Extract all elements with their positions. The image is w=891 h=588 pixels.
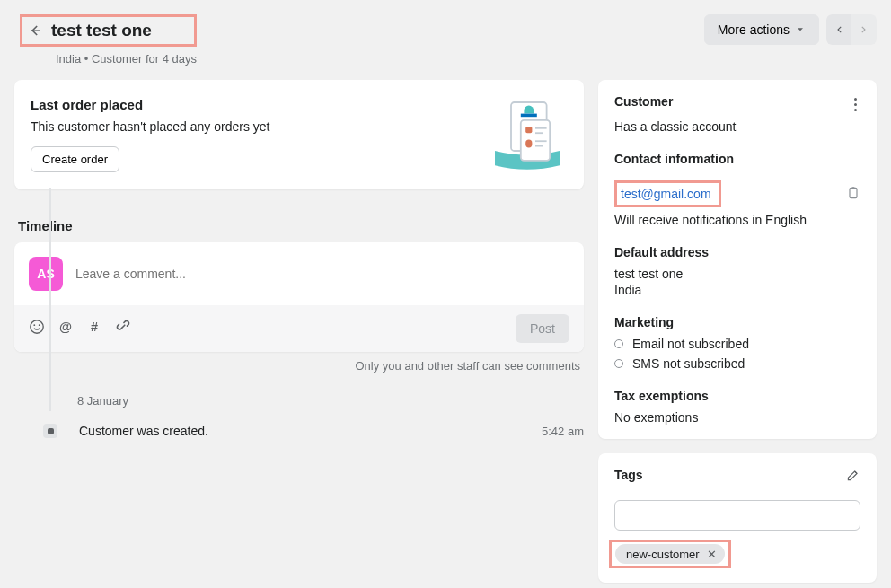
svg-rect-2 [525, 127, 532, 133]
customer-email-link[interactable]: test@gmail.com [621, 187, 711, 201]
tag-label: new-customer [626, 548, 700, 561]
timeline-heading: Timeline [14, 204, 584, 242]
marketing-heading: Marketing [614, 315, 860, 329]
back-arrow-icon[interactable] [28, 23, 42, 38]
last-order-card: Last order placed This customer hasn't p… [14, 80, 584, 189]
svg-point-10 [33, 324, 35, 326]
tag-chip: new-customer ✕ [615, 544, 725, 564]
copy-email-icon[interactable] [846, 186, 860, 203]
svg-point-11 [39, 324, 40, 326]
status-circle-icon [614, 359, 623, 368]
address-heading: Default address [614, 245, 860, 259]
more-actions-label: More actions [718, 22, 790, 37]
post-button[interactable]: Post [516, 314, 569, 343]
prev-button[interactable] [826, 14, 851, 45]
create-order-button[interactable]: Create order [31, 146, 119, 172]
customer-account-type: Has a classic account [614, 119, 860, 134]
chevron-right-icon [859, 24, 869, 35]
timeline-dot-icon [43, 424, 57, 438]
contact-heading: Contact information [614, 152, 734, 166]
notification-language: Will receive notifications in English [614, 213, 860, 227]
sms-subscription-status: SMS not subscribed [614, 356, 860, 371]
comments-privacy-note: Only you and other staff can see comment… [14, 359, 584, 373]
svg-rect-15 [851, 187, 854, 189]
last-order-title: Last order placed [31, 97, 269, 112]
page-header: test test one India • Customer for 4 day… [14, 0, 877, 80]
chevron-down-icon [795, 24, 806, 35]
tags-card: Tags new-customer ✕ [598, 453, 877, 583]
tags-heading: Tags [614, 468, 643, 482]
svg-text:#: # [91, 320, 98, 334]
page-subtitle: India • Customer for 4 days [56, 52, 197, 66]
edit-tags-icon[interactable] [846, 468, 860, 485]
address-country: India [614, 283, 860, 297]
email-subscription-status: Email not subscribed [614, 337, 860, 351]
svg-rect-8 [521, 114, 537, 118]
customer-menu-icon[interactable] [851, 94, 860, 115]
tags-input[interactable] [614, 500, 860, 531]
timeline-list: 8 January Customer was created. 5:42 am [14, 394, 584, 438]
timeline-rail [49, 188, 51, 411]
page-title: test test one [51, 21, 152, 40]
avatar: AS [29, 257, 63, 291]
svg-point-9 [31, 320, 43, 333]
timeline-date: 8 January [77, 394, 584, 408]
orders-illustration [487, 94, 568, 175]
email-highlight: test@gmail.com [614, 180, 721, 207]
address-name: test test one [614, 267, 860, 281]
comment-box: AS @ # [14, 242, 584, 352]
link-icon[interactable] [115, 319, 131, 338]
hashtag-icon[interactable]: # [86, 319, 102, 338]
tax-heading: Tax exemptions [614, 389, 860, 403]
status-circle-icon [614, 339, 623, 348]
next-button[interactable] [851, 14, 877, 45]
last-order-description: This customer hasn't placed any orders y… [31, 119, 269, 134]
timeline-item-text: Customer was created. [79, 424, 208, 438]
mention-icon[interactable]: @ [57, 319, 74, 338]
chevron-left-icon [834, 24, 844, 35]
more-actions-button[interactable]: More actions [704, 14, 819, 45]
emoji-icon[interactable] [29, 319, 45, 338]
comment-input[interactable] [75, 267, 569, 281]
title-highlight: test test one [20, 14, 197, 47]
svg-text:@: @ [59, 320, 72, 334]
timeline-item: Customer was created. 5:42 am [43, 424, 584, 438]
remove-tag-icon[interactable]: ✕ [705, 547, 719, 561]
tax-status: No exemptions [614, 410, 860, 425]
svg-rect-5 [525, 139, 532, 147]
customer-card: Customer Has a classic account Contact i… [598, 80, 877, 439]
svg-rect-14 [850, 188, 857, 197]
customer-heading: Customer [614, 94, 673, 109]
timeline-item-time: 5:42 am [542, 425, 584, 438]
tag-highlight: new-customer ✕ [609, 540, 731, 568]
